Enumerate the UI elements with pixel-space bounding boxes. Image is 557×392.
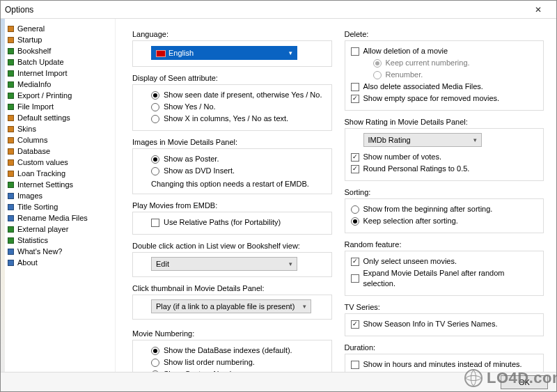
- seen-group: Show seen date if present, otherwise Yes…: [132, 84, 332, 131]
- seen-label: Display of Seen attribute:: [132, 74, 332, 82]
- sidebar-item[interactable]: Internet Import: [6, 68, 112, 79]
- sidebar-item-label: Images: [17, 191, 42, 201]
- sidebar-item[interactable]: Batch Update: [6, 56, 112, 68]
- sidebar-item-label: Internet Import: [17, 68, 68, 78]
- bullet-icon: [8, 237, 14, 244]
- ok-button[interactable]: OK: [501, 375, 548, 389]
- sidebar-item[interactable]: Columns: [6, 134, 112, 146]
- sidebar-item[interactable]: Skins: [6, 123, 112, 134]
- sidebar-item-label: MediaInfo: [17, 79, 51, 89]
- expand-details-checkbox[interactable]: Expand Movie Details Panel after random …: [351, 267, 538, 290]
- sidebar-item[interactable]: MediaInfo: [6, 79, 112, 90]
- sidebar-item-label: Statistics: [17, 235, 48, 245]
- rating-select[interactable]: IMDb Rating ▾: [363, 133, 482, 147]
- sidebar-item-label: Title Sorting: [17, 202, 58, 212]
- show-votes-checkbox[interactable]: ✓Show number of votes.: [351, 151, 538, 163]
- sidebar-item[interactable]: Rename Media Files: [6, 212, 112, 224]
- thumb-group: Play (if a link to a playable file is pr…: [132, 295, 332, 320]
- images-opt-0[interactable]: Show as Poster.: [151, 153, 326, 165]
- bullet-icon: [8, 104, 14, 110]
- sidebar-item-label: Columns: [17, 135, 47, 145]
- sorting-opt-0[interactable]: Show from the beginning after sorting.: [351, 203, 538, 215]
- bullet-icon: [8, 59, 14, 65]
- sidebar-item[interactable]: External player: [6, 224, 112, 235]
- numbering-opt-2[interactable]: Show Custom Numbers.: [151, 368, 326, 372]
- round-ratings-checkbox[interactable]: ✓Round Personal Ratings to 0.5.: [351, 163, 538, 175]
- duration-checkbox[interactable]: Show in hours and minutes instead of min…: [351, 359, 538, 370]
- right-column: Delete: Allow deletion of a movie Keep c…: [345, 27, 544, 366]
- flag-icon: [156, 50, 166, 57]
- checkbox-icon: ✓: [351, 95, 359, 103]
- seen-opt-0[interactable]: Show seen date if present, otherwise Yes…: [151, 89, 326, 101]
- images-opt-1[interactable]: Show as DVD Insert.: [151, 165, 326, 177]
- checkbox-icon: [351, 47, 359, 56]
- tv-season-checkbox[interactable]: ✓Show Season Info in TV Series Names.: [351, 318, 538, 330]
- sidebar-item-label: Batch Update: [17, 57, 64, 67]
- dblclick-select[interactable]: Edit ▾: [151, 257, 297, 271]
- bullet-icon: [8, 115, 14, 121]
- left-column: Language: English ▾ Display of Seen attr…: [132, 27, 332, 366]
- sidebar-item-label: Internet Settings: [17, 180, 73, 189]
- images-group: Show as Poster. Show as DVD Insert. Chan…: [132, 148, 332, 194]
- checkbox-icon: [351, 274, 359, 283]
- random-group: ✓Only select unseen movies. Expand Movie…: [345, 251, 544, 296]
- sidebar-item-label: External player: [17, 224, 68, 234]
- allow-deletion-checkbox[interactable]: Allow deletion of a movie: [351, 45, 538, 57]
- rating-label: Show Rating in Movie Details Panel:: [345, 118, 544, 126]
- checkbox-icon: [151, 219, 159, 227]
- chevron-down-icon: ▾: [289, 49, 292, 56]
- bullet-icon: [8, 137, 14, 143]
- dblclick-value: Edit: [156, 260, 169, 268]
- sidebar-item[interactable]: Export / Printing: [6, 90, 112, 101]
- also-delete-checkbox[interactable]: Also delete associated Media Files.: [351, 81, 538, 93]
- sidebar-item[interactable]: Loan Tracking: [6, 168, 112, 179]
- dblclick-label: Double click action in List view or Book…: [132, 242, 332, 250]
- checkbox-icon: ✓: [351, 165, 359, 173]
- chevron-down-icon: ▾: [473, 136, 477, 143]
- close-button[interactable]: ✕: [524, 2, 552, 17]
- numbering-opt-0[interactable]: Show the DataBase indexes (default).: [151, 345, 326, 356]
- sidebar-item[interactable]: File Import: [6, 101, 112, 112]
- sidebar-item[interactable]: Title Sorting: [6, 201, 112, 212]
- radio-icon: [373, 59, 382, 68]
- sorting-group: Show from the beginning after sorting. K…: [345, 198, 544, 233]
- bullet-icon: [8, 48, 14, 54]
- numbering-opt-1[interactable]: Show list order numbering.: [151, 356, 326, 368]
- sidebar-item[interactable]: Images: [6, 190, 112, 201]
- tv-group: ✓Show Season Info in TV Series Names.: [345, 313, 544, 336]
- language-select[interactable]: English ▾: [151, 46, 297, 60]
- thumb-select[interactable]: Play (if a link to a playable file is pr…: [151, 299, 311, 313]
- relative-paths-checkbox[interactable]: Use Relative Paths (for Portability): [151, 217, 326, 228]
- sidebar-item[interactable]: General: [6, 23, 112, 34]
- bullet-icon: [8, 204, 14, 210]
- radio-icon: [151, 155, 159, 164]
- sidebar-item[interactable]: About: [6, 257, 112, 268]
- seen-opt-2[interactable]: Show X in columns, Yes / No as text.: [151, 113, 326, 125]
- seen-opt-1[interactable]: Show Yes / No.: [151, 101, 326, 113]
- sidebar-item[interactable]: What's New?: [6, 246, 112, 257]
- sidebar-item-label: Custom values: [17, 157, 68, 167]
- sorting-opt-1[interactable]: Keep selection after sorting.: [351, 215, 538, 227]
- sidebar-item[interactable]: Bookshelf: [6, 45, 112, 56]
- sidebar-item-label: Export / Printing: [17, 91, 72, 100]
- sidebar-item[interactable]: Statistics: [6, 235, 112, 246]
- delete-group: Allow deletion of a movie Keep current n…: [345, 40, 544, 111]
- tv-label: TV Series:: [345, 303, 544, 311]
- sidebar-item[interactable]: Database: [6, 146, 112, 157]
- bullet-icon: [8, 260, 14, 266]
- sidebar-item[interactable]: Custom values: [6, 157, 112, 168]
- sidebar-item[interactable]: Startup: [6, 34, 112, 45]
- numbering-group: Show the DataBase indexes (default). Sho…: [132, 340, 332, 372]
- checkbox-icon: ✓: [351, 258, 359, 266]
- renumber-radio: Renumber.: [373, 69, 538, 81]
- footer: OK: [1, 372, 556, 391]
- bullet-icon: [8, 81, 14, 88]
- sidebar-item[interactable]: Internet Settings: [6, 179, 112, 190]
- bullet-icon: [8, 159, 14, 166]
- random-label: Random feature:: [345, 240, 544, 249]
- empty-space-checkbox[interactable]: ✓Show empty space for removed movies.: [351, 93, 538, 104]
- duration-label: Duration:: [345, 343, 544, 352]
- bullet-icon: [8, 126, 14, 132]
- sidebar-item[interactable]: Default settings: [6, 112, 112, 123]
- only-unseen-checkbox[interactable]: ✓Only select unseen movies.: [351, 256, 538, 267]
